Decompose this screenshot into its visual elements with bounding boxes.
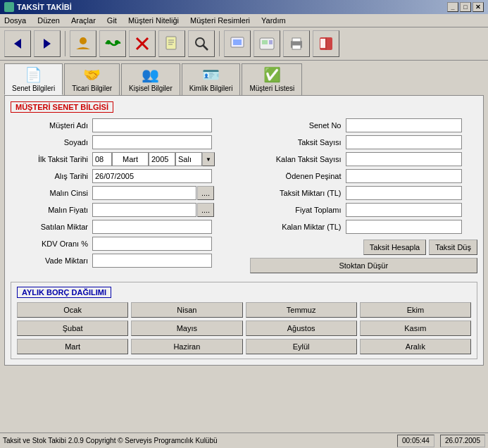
liste-icon: ✅: [263, 66, 281, 83]
vade-miktari-label: Vade Miktarı: [11, 256, 88, 265]
month-agustos[interactable]: Ağustos: [246, 321, 357, 336]
odenen-pesinat-row: Ödenen Peşinat: [250, 169, 478, 183]
book-button[interactable]: [313, 30, 339, 57]
menu-araclar[interactable]: Araçlar: [70, 15, 97, 25]
odenen-pesinat-input[interactable]: [346, 169, 462, 183]
taksit-dus-button[interactable]: Taksit Düş: [429, 239, 477, 255]
month-kasim[interactable]: Kasım: [360, 321, 471, 336]
tab-kisisel-bilgiler[interactable]: 👥 Kişisel Bilgiler: [121, 63, 180, 95]
tab-ticari-bilgiler[interactable]: 🤝 Ticari Bilgiler: [64, 63, 120, 95]
vade-miktari-row: Vade Miktarı: [11, 254, 239, 268]
month-eylul[interactable]: Eylül: [246, 339, 357, 354]
menu-yardim[interactable]: Yardım: [260, 15, 287, 25]
date-day-input[interactable]: [92, 152, 112, 166]
senet-icon: 📄: [25, 66, 42, 83]
kalan-miktar-input[interactable]: [346, 220, 462, 234]
tab-kimlik-bilgileri[interactable]: 🪪 Kimlik Bilgileri: [182, 63, 241, 95]
satilan-miktar-label: Satılan Miktar: [11, 223, 88, 231]
date-dropdown-button[interactable]: ▼: [202, 152, 215, 166]
month-grid: Ocak Nisan Temmuz Ekim Şubat Mayıs Ağust…: [17, 302, 471, 354]
status-bar: Taksit ve Stok Takibi 2.0.9 Copyright © …: [0, 433, 488, 448]
kalan-taksit-row: Kalan Taksit Sayısı: [250, 152, 478, 166]
tab-senet-bilgileri[interactable]: 📄 Senet Bilgileri: [4, 63, 63, 95]
print-button[interactable]: [283, 30, 310, 57]
vade-miktari-input[interactable]: [92, 254, 212, 268]
tab-kisisel-label: Kişisel Bilgiler: [129, 85, 173, 92]
status-text: Taksit ve Stok Takibi 2.0.9 Copyright © …: [3, 437, 397, 444]
malin-fiyati-input[interactable]: [92, 203, 196, 217]
monthly-title: AYLIK BORÇ DAĞILIMI: [17, 287, 111, 298]
forward-button[interactable]: [34, 30, 61, 57]
delete-button[interactable]: [129, 30, 156, 57]
fiyat-toplami-label: Fiyat Toplamı: [250, 206, 342, 214]
kdv-orani-row: KDV Oranı %: [11, 237, 239, 251]
musteri-adi-input[interactable]: [92, 118, 212, 132]
taksit-sayisi-input[interactable]: [346, 135, 462, 149]
kdv-orani-input[interactable]: [92, 237, 212, 251]
export-button[interactable]: [224, 30, 251, 57]
month-nisan[interactable]: Nisan: [131, 302, 242, 318]
kalan-miktar-row: Kalan Miktar (TL): [250, 220, 478, 234]
section-title: MÜŞTERİ SENET BİLGİSİ: [11, 101, 113, 113]
action-row-2: Stoktan Düşür: [250, 258, 478, 273]
title-bar: TAKSİT TAKİBİ _ □ ✕: [0, 0, 488, 14]
tab-musteri-listesi[interactable]: ✅ Müşteri Listesi: [242, 63, 302, 95]
fiyat-toplami-row: Fiyat Toplamı: [250, 203, 478, 217]
search-button[interactable]: [188, 30, 215, 57]
alis-tarihi-input[interactable]: [92, 169, 212, 183]
taksit-hesapla-button[interactable]: Taksit Hesapla: [363, 239, 427, 255]
svg-point-2: [80, 37, 87, 44]
menu-bar: Dosya Düzen Araçlar Git Müşteri Niteliği…: [0, 14, 488, 27]
taksit-miktari-label: Taksit Miktarı (TL): [250, 189, 342, 197]
fiyat-toplami-input[interactable]: [346, 203, 462, 217]
date-month-input[interactable]: [112, 152, 149, 166]
menu-duzen[interactable]: Düzen: [36, 15, 61, 25]
senet-no-row: Senet No: [250, 118, 478, 132]
ilk-taksit-label: İlk Taksit Tarihi: [11, 155, 88, 163]
satilan-miktar-row: Satılan Miktar: [11, 220, 239, 234]
soyadi-input[interactable]: [92, 135, 212, 149]
menu-dosya[interactable]: Dosya: [3, 15, 27, 25]
month-mayis[interactable]: Mayıs: [131, 321, 242, 336]
menu-musteri-niteligi[interactable]: Müşteri Niteliği: [127, 15, 180, 25]
minimize-button[interactable]: _: [447, 2, 458, 12]
taksit-miktari-input[interactable]: [346, 186, 462, 200]
form-area: Müşteri Adı Soyadı İlk Taksit Tarihi ▼: [11, 118, 477, 276]
malin-fiyati-label: Malın Fiyatı: [11, 206, 88, 214]
malin-cinsi-btn[interactable]: ....: [197, 186, 214, 200]
month-subat[interactable]: Şubat: [17, 321, 128, 336]
stoktan-dusur-button[interactable]: Stoktan Düşür: [250, 258, 478, 273]
kimlik-icon: 🪪: [202, 66, 220, 83]
satilan-miktar-input[interactable]: [92, 220, 212, 234]
senet-no-input[interactable]: [346, 118, 462, 132]
customer-button[interactable]: [70, 30, 96, 57]
kalan-taksit-input[interactable]: [346, 152, 462, 166]
date-dow-input[interactable]: [175, 152, 202, 166]
malin-fiyati-btn[interactable]: ....: [197, 203, 214, 217]
menu-musteri-resimleri[interactable]: Müşteri Resimleri: [189, 15, 251, 25]
ticari-icon: 🤝: [83, 66, 101, 83]
image-button[interactable]: [254, 30, 280, 57]
status-date: 26.07.2005: [440, 435, 485, 447]
malin-cinsi-input[interactable]: [92, 186, 196, 200]
handshake-button[interactable]: [99, 30, 126, 57]
taksit-sayisi-row: Taksit Sayısı: [250, 135, 478, 149]
month-haziran[interactable]: Haziran: [131, 339, 242, 354]
close-button[interactable]: ✕: [473, 2, 484, 12]
menu-git[interactable]: Git: [106, 15, 118, 25]
document-button[interactable]: [158, 30, 185, 57]
svg-rect-14: [233, 39, 242, 45]
status-right: 00:05:44 26.07.2005: [397, 435, 485, 447]
date-year-input[interactable]: [149, 152, 175, 166]
maximize-button[interactable]: □: [460, 2, 471, 12]
back-button[interactable]: [4, 30, 31, 57]
month-ekim[interactable]: Ekim: [360, 302, 471, 318]
malin-cinsi-row: Malın Cinsi ....: [11, 186, 239, 200]
tab-senet-label: Senet Bilgileri: [12, 85, 55, 92]
date-group: ▼: [92, 152, 215, 166]
month-temmuz[interactable]: Temmuz: [246, 302, 357, 318]
month-mart[interactable]: Mart: [17, 339, 128, 354]
odenen-pesinat-label: Ödenen Peşinat: [250, 172, 342, 180]
month-ocak[interactable]: Ocak: [17, 302, 128, 318]
month-aralik[interactable]: Aralık: [360, 339, 471, 354]
